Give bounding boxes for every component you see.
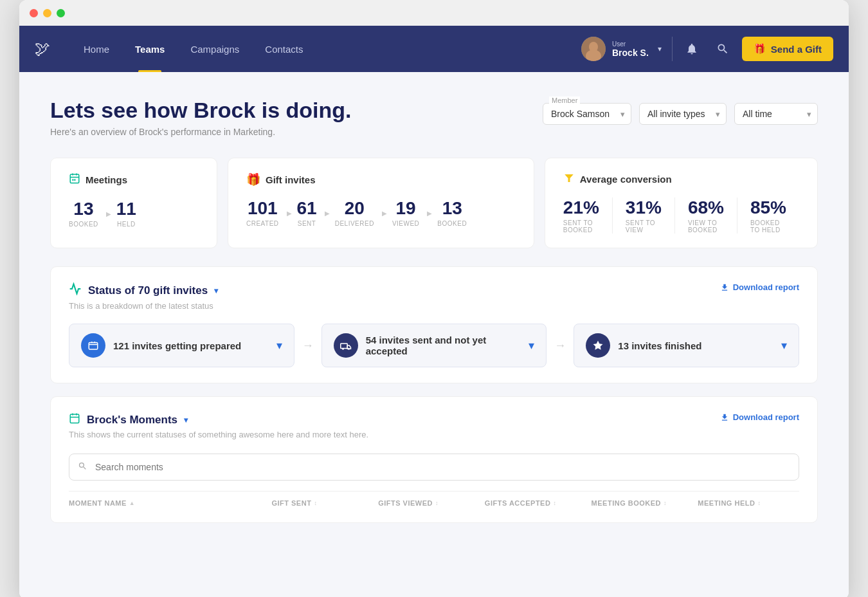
preparing-chevron-icon[interactable]: ▾ [276, 338, 282, 353]
svg-point-13 [348, 348, 350, 350]
moments-subtitle: This shows the current statuses of somet… [69, 430, 368, 439]
sort-icon-sent[interactable]: ↕ [314, 500, 317, 506]
gift-icon: 🎁 [754, 43, 766, 55]
conversion-sent-view: 31% SENT TO VIEW [612, 197, 674, 234]
preparing-icon [81, 333, 105, 358]
page-title: Lets see how Brock is doing. [50, 98, 352, 123]
nav-teams[interactable]: Teams [122, 26, 177, 72]
gifts-card: 🎁 Gift invites 101 CREATED 61 SENT 20 DE… [228, 158, 534, 248]
status-track: 121 invites getting prepared ▾ → 54 invi… [69, 324, 799, 367]
nav-home[interactable]: Home [71, 26, 122, 72]
col-gift-sent-label: GIFT SENT [271, 499, 311, 507]
star-icon [586, 333, 610, 358]
track-arrow-2: → [554, 339, 566, 353]
sent-text: 54 invites sent and not yet accepted [366, 335, 521, 356]
svg-rect-7 [72, 179, 73, 181]
gifts-booked-label: BOOKED [437, 220, 467, 227]
moments-download-link[interactable]: Download report [720, 412, 799, 422]
meetings-booked-value: 13 [69, 199, 98, 219]
finished-text: 13 invites finished [618, 340, 773, 351]
conversion-sent-booked: 21% SENT TO BOOKED [563, 197, 612, 234]
gifts-card-header: 🎁 Gift invites [246, 172, 516, 187]
moments-section: Brock's Moments ▾ This shows the current… [50, 396, 818, 523]
calendar-icon [69, 172, 80, 187]
invite-types-select[interactable]: All invite types [639, 103, 727, 125]
status-download-link[interactable]: Download report [720, 282, 799, 292]
gifts-delivered-label: DELIVERED [335, 220, 374, 227]
search-moments-input[interactable] [69, 454, 799, 481]
status-title-text: Status of 70 gift invites [88, 284, 208, 297]
send-gift-label: Send a Gift [771, 44, 822, 55]
funnel-icon [563, 172, 575, 186]
conversion-numbers: 21% SENT TO BOOKED 31% SENT TO VIEW 68% … [563, 197, 799, 234]
gifts-sent-value: 61 [297, 198, 317, 219]
conversion-card-header: Average conversion [563, 172, 799, 186]
nav-contacts[interactable]: Contacts [252, 26, 316, 72]
sort-icon-name[interactable]: ▲ [129, 500, 135, 506]
page-title-area: Lets see how Brock is doing. Here's an o… [50, 98, 352, 137]
user-name: Brock S. [612, 48, 649, 58]
nav-campaigns[interactable]: Campaigns [177, 26, 252, 72]
sort-icon-booked[interactable]: ↕ [664, 500, 667, 506]
conversion-sent-booked-label: SENT TO BOOKED [563, 219, 599, 234]
col-meeting-booked: MEETING BOOKED ↕ [586, 499, 693, 507]
col-meeting-held: MEETING HELD ↕ [692, 499, 799, 507]
conversion-view-booked: 68% VIEW TO BOOKED [674, 197, 737, 234]
moments-calendar-icon [69, 412, 80, 427]
minimize-dot[interactable] [43, 9, 51, 17]
meetings-booked-label: BOOKED [69, 221, 98, 228]
status-finished-pill[interactable]: 13 invites finished ▾ [574, 324, 799, 367]
close-dot[interactable] [30, 9, 38, 17]
meetings-card-header: Meetings [69, 172, 199, 187]
meetings-held-value: 11 [116, 199, 136, 219]
svg-rect-11 [340, 344, 347, 349]
search-icon [716, 42, 729, 55]
main-content: Lets see how Brock is doing. Here's an o… [19, 72, 849, 597]
sent-chevron-icon[interactable]: ▾ [529, 338, 534, 353]
moments-download-icon [720, 413, 729, 422]
time-filter-wrap: All time [734, 103, 818, 125]
gifts-created-label: CREATED [246, 220, 279, 227]
search-button[interactable] [711, 37, 734, 60]
svg-rect-10 [89, 343, 98, 350]
preparing-text: 121 invites getting prepared [113, 340, 269, 351]
status-preparing-pill[interactable]: 121 invites getting prepared ▾ [69, 324, 294, 367]
user-menu[interactable]: User Brock S. ▾ [581, 37, 673, 61]
sort-icon-held[interactable]: ↕ [757, 500, 761, 506]
stats-row: Meetings 13 BOOKED 11 HELD 🎁 [50, 158, 818, 248]
gifts-created: 101 CREATED [246, 198, 288, 227]
maximize-dot[interactable] [57, 9, 65, 17]
time-select[interactable]: All time [734, 103, 818, 125]
meetings-held-label: HELD [116, 221, 136, 228]
gifts-booked-value: 13 [437, 198, 467, 219]
status-chevron-icon[interactable]: ▾ [214, 286, 218, 295]
send-gift-button[interactable]: 🎁 Send a Gift [742, 37, 833, 61]
meetings-booked: 13 BOOKED [69, 199, 107, 228]
gifts-sent-label: SENT [297, 220, 317, 227]
status-download-label: Download report [733, 282, 799, 292]
svg-marker-9 [565, 174, 574, 182]
user-info: User Brock S. [612, 41, 649, 58]
col-meeting-held-label: MEETING HELD [698, 499, 755, 507]
finished-chevron-icon[interactable]: ▾ [781, 338, 787, 353]
gifts-viewed-label: VIEWED [392, 220, 419, 227]
col-gifts-viewed-label: GIFTS VIEWED [378, 499, 433, 507]
gifts-delivered: 20 DELIVERED [326, 198, 383, 227]
notification-button[interactable] [680, 37, 703, 60]
sort-icon-accepted[interactable]: ↕ [553, 500, 556, 506]
moments-chevron-icon[interactable]: ▾ [184, 416, 188, 425]
svg-rect-3 [70, 174, 79, 183]
status-sent-pill[interactable]: 54 invites sent and not yet accepted ▾ [321, 324, 547, 367]
gifts-viewed-value: 19 [392, 198, 419, 219]
gifts-sent: 61 SENT [288, 198, 326, 227]
download-icon [720, 283, 729, 292]
conversion-booked-held: 85% BOOKED TO HELD [737, 197, 799, 234]
logo-icon[interactable]: 🕊 [35, 40, 50, 58]
member-select[interactable]: Brock Samson [543, 103, 631, 125]
meetings-title: Meetings [86, 174, 127, 185]
svg-rect-8 [74, 179, 75, 181]
gifts-numbers: 101 CREATED 61 SENT 20 DELIVERED 19 VIEW… [246, 198, 516, 227]
gifts-booked: 13 BOOKED [428, 198, 476, 227]
svg-rect-15 [70, 414, 79, 423]
sort-icon-viewed[interactable]: ↕ [435, 500, 439, 506]
